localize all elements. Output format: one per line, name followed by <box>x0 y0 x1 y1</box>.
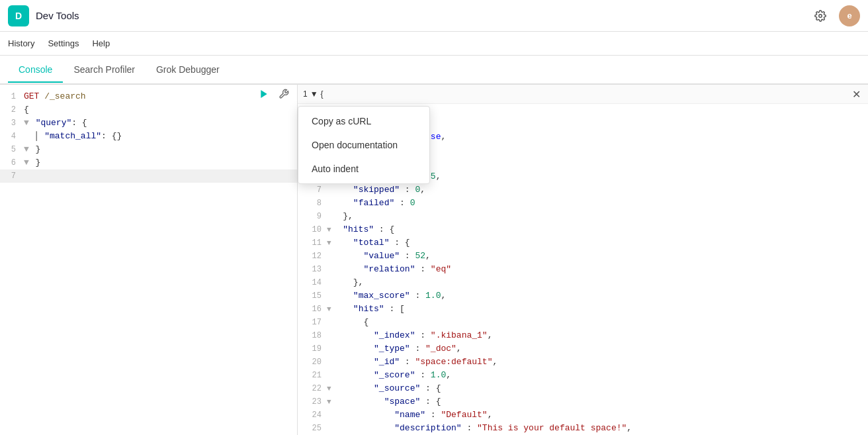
top-bar-icons: e <box>810 5 860 26</box>
resp-line-12: 12 "value" : 52, <box>298 250 868 263</box>
gear-icon[interactable] <box>810 5 831 26</box>
nav-bar: History Settings Help <box>0 32 868 56</box>
editor-line-5: 5 ▼ } <box>0 143 297 156</box>
editor-line-4: 4 │ "match_all": {} <box>0 130 297 143</box>
resp-line-22: 22 ▼ "_source" : { <box>298 382 868 395</box>
resp-line-8: 8 "failed" : 0 <box>298 197 868 210</box>
resp-line-21: 21 "_score" : 1.0, <box>298 369 868 382</box>
resp-line-18: 18 "_index" : ".kibana_1", <box>298 329 868 342</box>
resp-line-24: 24 "name" : "Default", <box>298 409 868 422</box>
wrench-icon[interactable] <box>276 86 292 102</box>
resp-line-7: 7 "skipped" : 0, <box>298 183 868 197</box>
response-toolbar: 1 ▼ { ✕ <box>298 85 868 104</box>
svg-marker-1 <box>261 90 267 98</box>
svg-point-0 <box>819 14 822 17</box>
resp-line-16: 16 ▼ "hits" : [ <box>298 303 868 316</box>
open-docs-menu-item[interactable]: Open documentation <box>298 133 429 157</box>
editor-toolbar <box>256 86 292 102</box>
resp-line-25: 25 "description" : "This is your default… <box>298 422 868 435</box>
collapse-button[interactable]: ✕ <box>849 87 863 101</box>
resp-line-15: 15 "max_score" : 1.0, <box>298 289 868 303</box>
main-content: 1 GET /_search 2 { 3 ▼ "query": { 4 │ "m… <box>0 85 868 435</box>
code-editor[interactable]: 1 GET /_search 2 { 3 ▼ "query": { 4 │ "m… <box>0 85 297 435</box>
editor-line-3: 3 ▼ "query": { <box>0 117 297 130</box>
resp-line-13: 13 "relation" : "eq" <box>298 263 868 276</box>
editor-line-7: 7 ​ <box>0 169 297 183</box>
top-bar: D Dev Tools e <box>0 0 868 32</box>
user-avatar[interactable]: e <box>839 5 860 26</box>
tab-console[interactable]: Console <box>8 58 63 83</box>
editor-line-2: 2 { <box>0 103 297 117</box>
resp-line-14: 14 }, <box>298 276 868 289</box>
tab-search-profiler[interactable]: Search Profiler <box>63 58 146 83</box>
editor-line-1: 1 GET /_search <box>0 90 297 103</box>
app-title: Dev Tools <box>36 10 810 21</box>
resp-line-20: 20 "_id" : "space:default", <box>298 356 868 369</box>
context-menu: Copy as cURL Open documentation Auto ind… <box>298 106 430 184</box>
tabs-bar: Console Search Profiler Grok Debugger <box>0 56 868 85</box>
auto-indent-menu-item[interactable]: Auto indent <box>298 157 429 181</box>
resp-line-19: 19 "_type" : "_doc", <box>298 342 868 356</box>
editor-panel: 1 GET /_search 2 { 3 ▼ "query": { 4 │ "m… <box>0 85 298 435</box>
nav-settings[interactable]: Settings <box>48 36 79 51</box>
copy-curl-menu-item[interactable]: Copy as cURL <box>298 109 429 133</box>
resize-handle[interactable] <box>294 85 297 435</box>
nav-history[interactable]: History <box>8 36 34 51</box>
resp-line-17: 17 { <box>298 316 868 329</box>
line-selector[interactable]: 1 ▼ { <box>303 89 324 99</box>
nav-help[interactable]: Help <box>92 36 110 51</box>
resp-line-9: 9 }, <box>298 210 868 223</box>
resp-line-10: 10 ▼ "hits" : { <box>298 223 868 236</box>
run-button[interactable] <box>256 86 272 102</box>
app-icon: D <box>8 5 29 26</box>
resp-line-23: 23 ▼ "space" : { <box>298 395 868 409</box>
editor-line-6: 6 ▼ } <box>0 156 297 169</box>
tab-grok-debugger[interactable]: Grok Debugger <box>146 58 230 83</box>
resp-line-11: 11 ▼ "total" : { <box>298 236 868 250</box>
